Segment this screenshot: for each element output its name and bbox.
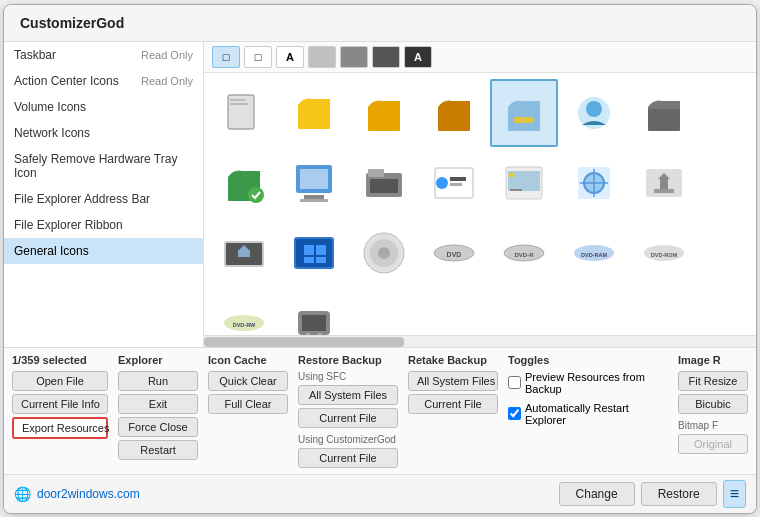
- open-file-button[interactable]: Open File: [12, 371, 108, 391]
- original-btn: Original: [678, 434, 748, 454]
- fit-resize-btn[interactable]: Fit Resize: [678, 371, 748, 391]
- icon-cell-13[interactable]: [560, 149, 628, 217]
- icon-cell-23[interactable]: [280, 289, 348, 335]
- sidebar-item-general-icons[interactable]: General Icons: [4, 238, 203, 264]
- icon-cell-20[interactable]: DVD-RAM: [560, 219, 628, 287]
- svg-text:DVD-RAM: DVD-RAM: [581, 252, 607, 258]
- sidebar-item-label: Taskbar: [14, 48, 56, 62]
- bitmap-label: Bitmap F: [678, 420, 748, 431]
- svg-rect-40: [316, 245, 326, 255]
- toggles-section: Toggles Preview Resources from Backup Au…: [508, 354, 668, 426]
- sidebar-item-label: Action Center Icons: [14, 74, 119, 88]
- full-clear-button[interactable]: Full Clear: [208, 394, 288, 414]
- explorer-run-button[interactable]: Run: [118, 371, 198, 391]
- svg-rect-10: [648, 109, 680, 131]
- explorer-section: Explorer Run Exit Force Close Restart: [118, 354, 198, 460]
- preview-resources-label: Preview Resources from Backup: [525, 371, 668, 395]
- retake-all-btn[interactable]: All System Files: [408, 371, 498, 391]
- icon-cell-16[interactable]: [280, 219, 348, 287]
- icon-cell-17[interactable]: [350, 219, 418, 287]
- svg-rect-57: [302, 315, 326, 331]
- icon-cell-15[interactable]: [210, 219, 278, 287]
- svg-rect-2: [230, 103, 248, 105]
- icon-cell-11[interactable]: [420, 149, 488, 217]
- auto-restart-checkbox[interactable]: [508, 407, 521, 420]
- main-window: CustomizerGod TaskbarRead OnlyAction Cen…: [3, 4, 757, 514]
- sidebar-item-network-icons[interactable]: Network Icons: [4, 120, 203, 146]
- sidebar-item-file-explorer-bar[interactable]: File Explorer Address Bar: [4, 186, 203, 212]
- sidebar-item-volume-icons[interactable]: Volume Icons: [4, 94, 203, 120]
- icon-cell-8[interactable]: [210, 149, 278, 217]
- explorer-force-close-button[interactable]: Force Close: [118, 417, 198, 437]
- status-left: 🌐 door2windows.com: [14, 486, 140, 502]
- icon-cell-10[interactable]: [350, 149, 418, 217]
- main-area: TaskbarRead OnlyAction Center IconsRead …: [4, 42, 756, 347]
- sidebar-item-label: File Explorer Ribbon: [14, 218, 123, 232]
- icon-color-btn-2[interactable]: [340, 46, 368, 68]
- restore-current-file-btn[interactable]: Current File: [298, 408, 398, 428]
- icon-cell-7[interactable]: [630, 79, 698, 147]
- scrollbar-thumb[interactable]: [204, 337, 404, 347]
- icon-cell-5[interactable]: [490, 79, 558, 147]
- icon-grid-area: DVD DVD-R DVD-RAM DVD-ROM DVD-RW: [204, 73, 756, 335]
- svg-point-45: [378, 247, 390, 259]
- sidebar-item-action-center-icons[interactable]: Action Center IconsRead Only: [4, 68, 203, 94]
- explorer-restart-button[interactable]: Restart: [118, 440, 198, 460]
- toggles-title: Toggles: [508, 354, 668, 366]
- explorer-exit-button[interactable]: Exit: [118, 394, 198, 414]
- current-file-info-button[interactable]: Current File Info: [12, 394, 108, 414]
- selection-info: 1/359 selected: [12, 354, 108, 366]
- icon-cell-1[interactable]: [210, 79, 278, 147]
- icon-cell-4[interactable]: [420, 79, 488, 147]
- icon-size-btn-2[interactable]: □: [244, 46, 272, 68]
- change-button[interactable]: Change: [559, 482, 635, 506]
- icon-color-btn-3[interactable]: [372, 46, 400, 68]
- sidebar-item-badge: Read Only: [141, 49, 193, 61]
- website-link[interactable]: door2windows.com: [37, 487, 140, 501]
- horizontal-scrollbar[interactable]: [204, 335, 756, 347]
- icon-cell-14[interactable]: [630, 149, 698, 217]
- icon-cell-12[interactable]: [490, 149, 558, 217]
- svg-text:DVD: DVD: [447, 251, 462, 258]
- sidebar-list: TaskbarRead OnlyAction Center IconsRead …: [4, 42, 203, 347]
- preview-resources-checkbox[interactable]: [508, 376, 521, 389]
- icon-cell-21[interactable]: DVD-ROM: [630, 219, 698, 287]
- svg-point-22: [436, 177, 448, 189]
- using-cg-label: Using CustomizerGod: [298, 434, 398, 445]
- svg-rect-18: [368, 169, 384, 177]
- retake-current-btn[interactable]: Current File: [408, 394, 498, 414]
- icon-cell-3[interactable]: [350, 79, 418, 147]
- preview-resources-toggle: Preview Resources from Backup: [508, 371, 668, 395]
- quick-clear-button[interactable]: Quick Clear: [208, 371, 288, 391]
- svg-rect-5: [438, 109, 470, 131]
- explorer-title: Explorer: [118, 354, 198, 366]
- icon-cell-19[interactable]: DVD-R: [490, 219, 558, 287]
- sidebar-item-taskbar[interactable]: TaskbarRead Only: [4, 42, 203, 68]
- icon-size-btn-3[interactable]: A: [276, 46, 304, 68]
- restore-backup-title: Restore Backup: [298, 354, 398, 366]
- bicubic-btn[interactable]: Bicubic: [678, 394, 748, 414]
- icon-cell-2[interactable]: [280, 79, 348, 147]
- icon-cell-22[interactable]: DVD-RW: [210, 289, 278, 335]
- status-bar: 🌐 door2windows.com Change Restore ≡: [4, 474, 756, 513]
- status-right: Change Restore ≡: [559, 480, 746, 508]
- restore-backup-section: Restore Backup Using SFC All System File…: [298, 354, 398, 468]
- grid-view-button[interactable]: ≡: [723, 480, 746, 508]
- svg-rect-42: [316, 257, 326, 263]
- icon-toolbar: □ □ A A: [204, 42, 756, 73]
- icon-color-btn-4[interactable]: A: [404, 46, 432, 68]
- export-resources-button[interactable]: Export Resources: [12, 417, 108, 439]
- restore-all-system-btn[interactable]: All System Files: [298, 385, 398, 405]
- icon-cell-9[interactable]: [280, 149, 348, 217]
- icon-cell-6[interactable]: [560, 79, 628, 147]
- icon-color-btn-1[interactable]: [308, 46, 336, 68]
- sidebar-item-safely-remove[interactable]: Safely Remove Hardware Tray Icon: [4, 146, 203, 186]
- icon-size-btn-1[interactable]: □: [212, 46, 240, 68]
- title-bar: CustomizerGod: [4, 5, 756, 42]
- bottom-toolbar: 1/359 selected Open File Current File In…: [4, 347, 756, 474]
- icon-cell-18[interactable]: DVD: [420, 219, 488, 287]
- restore-button[interactable]: Restore: [641, 482, 717, 506]
- sidebar-item-label: Safely Remove Hardware Tray Icon: [14, 152, 193, 180]
- restore-cg-current-btn[interactable]: Current File: [298, 448, 398, 468]
- sidebar-item-file-explorer-ribbon[interactable]: File Explorer Ribbon: [4, 212, 203, 238]
